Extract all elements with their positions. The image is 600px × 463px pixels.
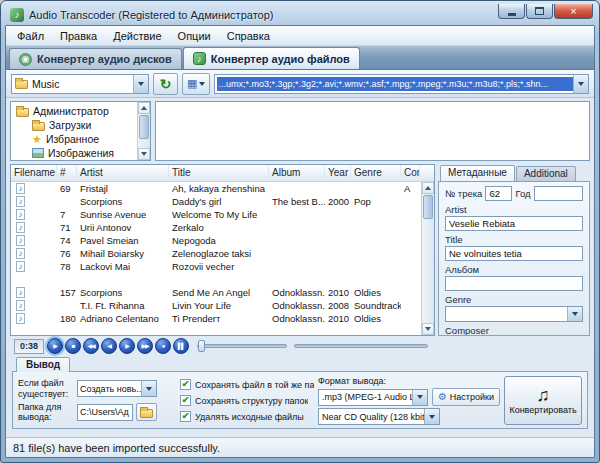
- output-folder-input[interactable]: C:\Users\Ад: [77, 404, 133, 421]
- minimize-button[interactable]: [498, 4, 525, 19]
- menu-file[interactable]: Файл: [9, 28, 52, 44]
- genre-select[interactable]: [445, 306, 583, 322]
- maximize-button[interactable]: [526, 4, 553, 19]
- seek-slider-thumb[interactable]: [198, 340, 205, 352]
- dropdown-button[interactable]: [573, 75, 588, 93]
- menu-edit[interactable]: Правка: [52, 28, 105, 44]
- table-row[interactable]: ♪ 71 Urii Antonov Zerkalo: [11, 221, 434, 234]
- arrow-up-icon: [141, 106, 147, 110]
- dropdown-button[interactable]: [141, 381, 156, 396]
- checkbox-delete-source-files[interactable]: ✔ Удалять исходные файлы: [180, 410, 314, 424]
- rewind-button[interactable]: ◀: [101, 338, 117, 354]
- column-year[interactable]: Year: [325, 165, 351, 181]
- column-genre[interactable]: Genre: [351, 165, 401, 181]
- tab-label: Конвертер аудио файлов: [211, 53, 350, 65]
- scroll-up-button[interactable]: [138, 102, 150, 114]
- close-button[interactable]: ×: [554, 4, 593, 19]
- refresh-button[interactable]: ↻: [153, 73, 178, 95]
- artist-input[interactable]: Veselie Rebiata: [445, 216, 583, 231]
- menubar: Файл Правка Действие Опции Справка: [6, 26, 594, 46]
- tab-audio-disc-converter[interactable]: Конвертер аудио дисков: [9, 48, 182, 69]
- folder-select[interactable]: Music: [11, 74, 149, 94]
- player-button-icon: ●: [162, 343, 165, 349]
- table-row[interactable]: [11, 273, 434, 286]
- cell-title: Zerkalo: [169, 221, 269, 234]
- tab-additional[interactable]: Additional: [516, 166, 576, 181]
- table-scrollbar[interactable]: [421, 182, 434, 335]
- record-button[interactable]: ●: [155, 338, 171, 354]
- output-section: Вывод Если файл существует: Создать новь…: [12, 357, 588, 434]
- scroll-down-button[interactable]: [138, 148, 150, 160]
- dropdown-button[interactable]: [424, 409, 439, 424]
- browse-folder-button[interactable]: [136, 403, 157, 421]
- tree-item-administrator[interactable]: Администратор: [16, 104, 137, 118]
- play-button[interactable]: ▶: [47, 338, 63, 354]
- arrow-down-icon: [425, 327, 431, 331]
- column-artist[interactable]: Artist: [77, 165, 169, 181]
- convert-button[interactable]: ♫ Конвертировать: [504, 376, 582, 425]
- seek-slider[interactable]: [197, 344, 287, 348]
- audio-file-icon: ♪: [16, 261, 25, 272]
- tab-audio-file-converter[interactable]: ♪ Конвертер аудио файлов: [183, 47, 360, 69]
- scrollbar-thumb[interactable]: [139, 115, 149, 139]
- view-mode-button[interactable]: ▦: [182, 73, 210, 95]
- table-row[interactable]: ♪ 180 Adriano Celentano Ti Prenderт Odno…: [11, 312, 434, 325]
- cell-title: Ah, kakaya zhenshina: [169, 182, 269, 195]
- scroll-up-button[interactable]: [422, 182, 434, 194]
- dropdown-button[interactable]: [412, 390, 427, 405]
- dropdown-button[interactable]: [567, 307, 582, 321]
- checkbox-save-same-folder[interactable]: ✔ Сохранять файл в той же папке: [180, 378, 314, 392]
- track-number-input[interactable]: 62: [485, 186, 512, 201]
- window-controls: ×: [498, 4, 593, 19]
- settings-button[interactable]: ⚙ Настройки: [432, 388, 500, 406]
- menu-action[interactable]: Действие: [105, 28, 169, 44]
- column-filename[interactable]: Filename: [11, 165, 57, 181]
- table-row[interactable]: ♪ 7 Sunrise Avenue Welcome To My Life: [11, 208, 434, 221]
- cell-artist: T.I. Ft. Rihanna: [77, 299, 169, 312]
- file-mask-input[interactable]: ...umx;*.mo3;*.3gp;*.3g2;*.avi;*.wmv;*.a…: [214, 74, 589, 94]
- music-folder-icon: [15, 80, 28, 89]
- scroll-down-button[interactable]: [422, 323, 434, 335]
- column-album[interactable]: Album: [269, 165, 325, 181]
- menu-options[interactable]: Опции: [170, 28, 219, 44]
- album-input[interactable]: [445, 276, 583, 291]
- tree-item-pictures[interactable]: Изображения: [16, 146, 137, 160]
- table-row[interactable]: ♪ 69 Fristajl Ah, kakaya zhenshina A: [11, 182, 434, 195]
- table-row[interactable]: ♪ 78 Lackovi Mai Rozovii vecher: [11, 260, 434, 273]
- audio-file-icon: ♪: [16, 287, 25, 298]
- table-row[interactable]: ♪ Scorpions Daddy's girl The best B... 2…: [11, 195, 434, 208]
- table-row[interactable]: ♪ 157 Scorpions Send Me An Angel Odnokla…: [11, 286, 434, 299]
- column-number[interactable]: #: [57, 165, 77, 181]
- menu-help[interactable]: Справка: [219, 28, 278, 44]
- track-number-label: № трека: [445, 188, 482, 199]
- scrollbar-thumb[interactable]: [423, 195, 433, 219]
- previous-button[interactable]: ◀◀: [83, 338, 99, 354]
- chevron-down-icon: [199, 82, 205, 86]
- cell-genre: Soundtrack: [351, 299, 401, 312]
- title-input[interactable]: Ne volnuites tetia: [445, 246, 583, 261]
- tree-item-favorites[interactable]: ★ Избранное: [16, 132, 137, 146]
- cell-title: Nepogoda: [169, 234, 269, 247]
- forward-button[interactable]: ▶: [119, 338, 135, 354]
- tab-output[interactable]: Вывод: [16, 357, 70, 372]
- audio-file-icon: ♪: [193, 52, 206, 65]
- refresh-icon: ↻: [160, 77, 172, 91]
- table-row[interactable]: ♪ 74 Pavel Smeian Nepogoda: [11, 234, 434, 247]
- next-button[interactable]: ▶▶: [137, 338, 153, 354]
- tree-item-downloads[interactable]: Загрузки: [16, 118, 137, 132]
- checkbox-keep-folder-structure[interactable]: ✔ Сохранять структуру папок: [180, 394, 314, 408]
- file-exists-select[interactable]: Создать новь...: [77, 380, 157, 397]
- column-title[interactable]: Title: [169, 165, 269, 181]
- table-row[interactable]: ♪ T.I. Ft. Rihanna Livin Your Life Odnok…: [11, 299, 434, 312]
- tree-scrollbar[interactable]: [137, 102, 150, 160]
- progress-bar[interactable]: [294, 344, 428, 348]
- stop-button[interactable]: ■: [65, 338, 81, 354]
- dropdown-button[interactable]: [133, 75, 148, 93]
- tab-metadata[interactable]: Метаданные: [440, 165, 515, 181]
- column-composer[interactable]: Comp: [401, 165, 420, 181]
- year-input[interactable]: [534, 186, 583, 201]
- output-format-select[interactable]: .mp3 (MPEG-1 Audio Layer 3): [318, 389, 428, 406]
- quality-select[interactable]: Near CD Quality (128 kbit/s): [318, 408, 440, 425]
- table-row[interactable]: ♪ 76 Mihail Boiarsky Zelenoglazoe taksi: [11, 247, 434, 260]
- pause-button[interactable]: ▌▌: [173, 338, 189, 354]
